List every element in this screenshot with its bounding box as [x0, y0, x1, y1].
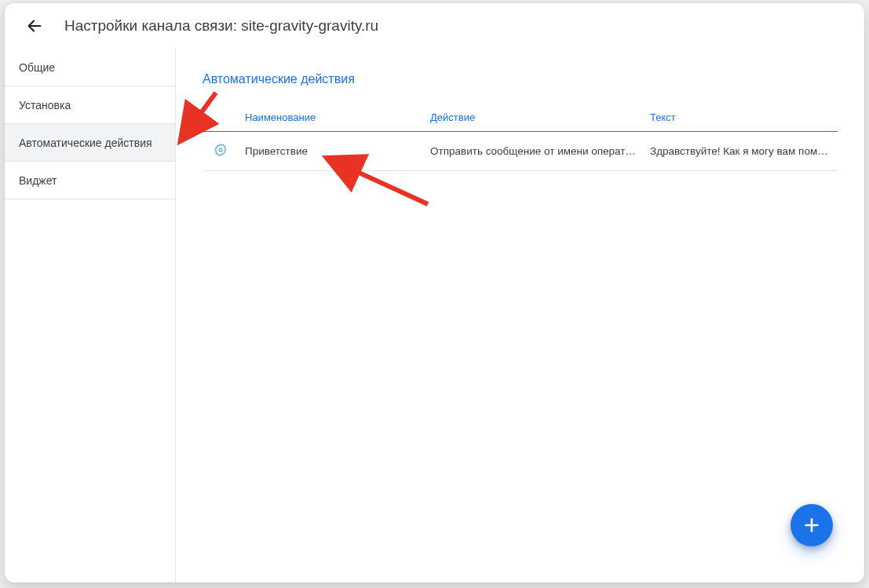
column-header-text[interactable]: Текст: [644, 104, 838, 132]
page-title: Настройки канала связи: site-gravity-gra…: [64, 17, 378, 35]
svg-point-1: [219, 148, 222, 152]
sidebar-item-widget[interactable]: Виджет: [5, 162, 175, 199]
sidebar-item-label: Автоматические действия: [19, 137, 152, 149]
sidebar: Общие Установка Автоматические действия …: [5, 49, 176, 583]
sidebar-item-label: Общие: [19, 61, 55, 74]
actions-table: Наименование Действие Текст: [203, 104, 838, 171]
table-row[interactable]: Приветствие Отправить сообщение от имени…: [203, 132, 838, 171]
plus-icon: [801, 515, 822, 535]
sidebar-item-automatic-actions[interactable]: Автоматические действия: [5, 124, 175, 162]
sidebar-item-label: Установка: [19, 99, 71, 111]
automation-icon: [214, 143, 228, 157]
sidebar-item-label: Виджет: [19, 174, 57, 187]
cell-action: Отправить сообщение от имени оператора: [424, 132, 644, 171]
sidebar-item-general[interactable]: Общие: [5, 49, 175, 86]
header: Настройки канала связи: site-gravity-gra…: [5, 3, 864, 49]
main-panel: Автоматические действия Наименование Дей…: [176, 49, 864, 583]
cell-name: Приветствие: [239, 132, 424, 171]
row-icon-cell: [203, 132, 239, 171]
add-action-button[interactable]: [790, 504, 833, 546]
sidebar-item-install[interactable]: Установка: [5, 86, 175, 124]
column-header-name[interactable]: Наименование: [239, 104, 424, 132]
cell-text: Здравствуйте! Как я могу вам помо…: [644, 132, 838, 171]
arrow-left-icon: [26, 17, 43, 35]
section-title: Автоматические действия: [203, 72, 838, 86]
column-header-action[interactable]: Действие: [424, 104, 644, 132]
back-button[interactable]: [22, 13, 47, 38]
column-header-icon: [203, 104, 239, 132]
